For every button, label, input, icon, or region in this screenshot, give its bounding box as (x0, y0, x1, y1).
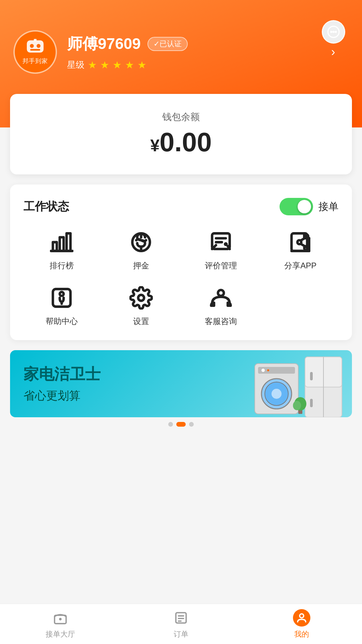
profile-info: 师傅97609 ✓已认证 星级 ★ ★ ★ ★ ★ (67, 34, 349, 71)
verified-badge: ✓已认证 (147, 37, 188, 51)
banner-title: 家电洁卫士 (23, 364, 101, 385)
star-5: ★ (137, 59, 146, 71)
svg-point-35 (272, 389, 282, 399)
svg-point-27 (60, 292, 64, 296)
currency-symbol: ¥ (150, 136, 160, 155)
work-status-label: 工作状态 (23, 199, 69, 214)
menu-item-help[interactable]: 帮助中心 (23, 284, 100, 327)
banner-image (251, 354, 352, 417)
menu-item-settings[interactable]: 设置 (103, 284, 180, 327)
banner-dot-3 (189, 422, 194, 427)
nav-mine-icon (293, 609, 310, 627)
profile-name: 师傅97609 (67, 34, 141, 54)
svg-point-52 (300, 614, 304, 618)
menu-grid-row2: 帮助中心 设置 客服咨询 (23, 284, 339, 327)
wallet-label: 钱包余额 (23, 111, 339, 123)
work-status-row: 工作状态 接单 (23, 198, 339, 215)
menu-item-review[interactable]: 评价管理 (183, 229, 259, 271)
nav-mine-label: 我的 (294, 629, 309, 639)
promo-banner[interactable]: 家电洁卫士 省心更划算 (10, 350, 352, 417)
svg-point-36 (261, 369, 265, 372)
toggle-area: 接单 (280, 198, 339, 215)
svg-rect-41 (310, 372, 313, 380)
nav-item-hall[interactable]: 接单大厅 (0, 609, 121, 639)
menu-item-share[interactable]: 分享APP (262, 229, 339, 271)
star-1: ★ (88, 59, 97, 71)
bottom-nav: 接单大厅 订单 我的 (0, 604, 362, 644)
banner-dot-2 (176, 422, 186, 427)
nav-orders-label: 订单 (174, 629, 188, 639)
svg-rect-11 (66, 233, 70, 251)
help-icon (48, 284, 75, 311)
avatar[interactable]: 邦手到家 (13, 30, 57, 74)
banner-text-area: 家电洁卫士 省心更划算 (10, 354, 114, 414)
menu-item-ranking[interactable]: 排行榜 (23, 229, 100, 271)
ranking-label: 排行榜 (50, 260, 74, 271)
toggle-knob (298, 200, 311, 213)
nav-orders-icon (172, 609, 190, 627)
svg-rect-10 (60, 237, 64, 251)
verified-text: ✓已认证 (154, 39, 182, 49)
work-status-card: 工作状态 接单 排行榜 (10, 184, 352, 340)
deposit-label: 押金 (133, 260, 149, 271)
banner-subtitle: 省心更划算 (23, 388, 101, 404)
work-toggle[interactable] (280, 198, 313, 215)
review-icon (207, 229, 234, 256)
help-label: 帮助中心 (46, 316, 78, 327)
settings-label: 设置 (133, 316, 149, 327)
settings-icon (128, 284, 155, 311)
stars-row: 星级 ★ ★ ★ ★ ★ (67, 59, 349, 71)
svg-point-47 (59, 618, 62, 621)
stars-label: 星级 (67, 59, 84, 71)
review-label: 评价管理 (205, 260, 237, 271)
menu-placeholder (262, 284, 339, 327)
wallet-card: 钱包余额 ¥0.00 (10, 94, 352, 174)
svg-point-6 (37, 44, 41, 48)
svg-rect-42 (310, 399, 313, 407)
customer-icon (207, 284, 234, 311)
banner-dots (10, 422, 352, 427)
share-label: 分享APP (284, 260, 316, 271)
svg-rect-8 (34, 39, 37, 41)
svg-rect-4 (27, 40, 44, 53)
star-4: ★ (125, 59, 134, 71)
menu-grid-row1: 排行榜 押金 (23, 229, 339, 271)
nav-hall-icon (52, 609, 69, 627)
nav-item-mine[interactable]: 我的 (241, 609, 362, 639)
nav-item-orders[interactable]: 订单 (121, 609, 241, 639)
share-icon (287, 229, 314, 256)
svg-point-37 (267, 369, 269, 371)
wallet-amount: ¥0.00 (23, 127, 339, 158)
wallet-value: 0.00 (160, 127, 212, 157)
svg-point-45 (293, 401, 301, 410)
chevron-right-icon[interactable]: › (331, 45, 335, 59)
logo-text: 邦手到家 (22, 57, 48, 65)
star-3: ★ (113, 59, 122, 71)
svg-point-5 (30, 44, 34, 48)
menu-item-customer[interactable]: 客服咨询 (183, 284, 259, 327)
svg-point-23 (298, 240, 302, 244)
svg-rect-9 (53, 242, 57, 251)
bar-chart-icon (48, 229, 75, 256)
profile-row: 邦手到家 师傅97609 ✓已认证 星级 ★ ★ ★ ★ ★ › (13, 30, 349, 74)
svg-point-30 (218, 290, 224, 296)
star-2: ★ (100, 59, 109, 71)
banner-dot-1 (168, 422, 173, 427)
menu-item-deposit[interactable]: 押金 (103, 229, 180, 271)
svg-point-29 (138, 295, 144, 301)
customer-label: 客服咨询 (205, 316, 237, 327)
nav-hall-label: 接单大厅 (46, 629, 75, 639)
svg-rect-7 (30, 49, 40, 51)
deposit-icon (128, 229, 155, 256)
toggle-label: 接单 (318, 200, 339, 214)
spacer (0, 427, 362, 480)
